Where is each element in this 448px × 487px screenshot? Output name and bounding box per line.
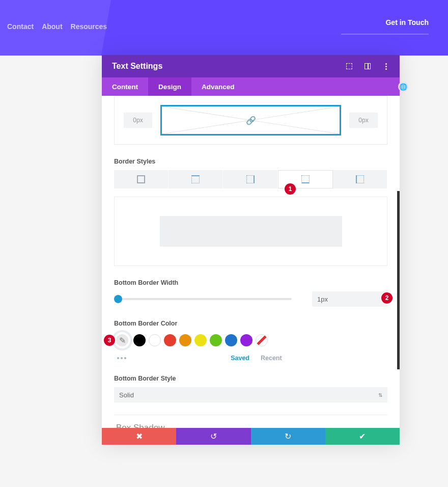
- tab-advanced[interactable]: Advanced: [191, 77, 245, 96]
- split-view-icon[interactable]: [364, 63, 371, 70]
- nav-contact[interactable]: Contact: [7, 22, 34, 31]
- spacing-right-value[interactable]: 0px: [349, 113, 378, 128]
- label-bottom-width: Bottom Border Width: [114, 279, 387, 286]
- swatch-red[interactable]: [164, 334, 176, 346]
- chevron-down-icon: ⌄: [380, 424, 385, 428]
- bottom-width-input[interactable]: 1px: [312, 291, 387, 307]
- spacing-visualizer: 0px 🔗 0px: [114, 96, 387, 145]
- modal-body: 0px 🔗 0px Border Styles 1 Bottom Border …: [102, 96, 400, 428]
- bottom-width-slider[interactable]: [114, 298, 292, 300]
- slider-thumb[interactable]: [114, 295, 122, 303]
- box-shadow-label: Box Shadow: [116, 423, 164, 428]
- bottom-style-select[interactable]: Solid ⇅: [114, 387, 387, 402]
- more-colors-icon[interactable]: [117, 357, 126, 359]
- cancel-button[interactable]: ✖: [102, 428, 176, 445]
- swatch-orange[interactable]: [179, 334, 191, 346]
- undo-icon: ↺: [210, 431, 217, 441]
- modal-title: Text Settings: [112, 62, 162, 71]
- modal-footer: ✖ ↺ ↻ ✔: [102, 428, 400, 445]
- site-header: Contact About Resources Get in Touch: [0, 0, 448, 56]
- callout-3: 3: [104, 335, 115, 346]
- swatch-purple[interactable]: [240, 334, 253, 346]
- label-bottom-color: Bottom Border Color: [114, 320, 387, 327]
- accordion-box-shadow[interactable]: Box Shadow ⌄: [114, 415, 387, 428]
- bottom-width-row: 1px 2: [114, 291, 387, 307]
- nav-about[interactable]: About: [42, 22, 62, 31]
- redo-button[interactable]: ↻: [251, 428, 325, 445]
- close-icon: ✖: [136, 431, 143, 441]
- border-style-selector: 1: [114, 170, 387, 188]
- swatch-yellow[interactable]: [194, 334, 207, 346]
- modal-header-icons: [346, 63, 389, 70]
- get-in-touch-link[interactable]: Get in Touch: [385, 18, 429, 26]
- spacing-left-value[interactable]: 0px: [124, 113, 152, 128]
- border-left[interactable]: [333, 170, 387, 188]
- saved-colors-tab[interactable]: Saved: [231, 355, 249, 362]
- swatch-green[interactable]: [210, 334, 222, 346]
- save-button[interactable]: ✔: [325, 428, 400, 445]
- undo-button[interactable]: ↺: [176, 428, 250, 445]
- globe-icon[interactable]: 🌐: [398, 82, 408, 92]
- border-top[interactable]: [169, 170, 223, 188]
- more-icon[interactable]: [382, 63, 389, 70]
- header-nav: Contact About Resources: [7, 22, 107, 31]
- redo-icon: ↻: [285, 431, 291, 441]
- chevron-updown-icon: ⇅: [378, 392, 382, 398]
- swatch-white[interactable]: [149, 334, 161, 346]
- callout-1: 1: [285, 183, 296, 195]
- label-border-styles: Border Styles: [114, 158, 387, 165]
- nav-resources[interactable]: Resources: [71, 22, 107, 31]
- swatch-black[interactable]: [133, 334, 146, 346]
- eyedropper-swatch[interactable]: ✎: [114, 332, 130, 348]
- border-right[interactable]: [223, 170, 277, 188]
- border-preview: [114, 197, 387, 266]
- swatch-blue[interactable]: [225, 334, 237, 346]
- color-tabs: Saved Recent: [114, 355, 387, 362]
- link-icon[interactable]: 🔗: [246, 116, 256, 125]
- tab-content[interactable]: Content: [102, 77, 148, 96]
- label-bottom-style: Bottom Border Style: [114, 375, 387, 382]
- bottom-style-value: Solid: [119, 391, 134, 399]
- recent-colors-tab[interactable]: Recent: [261, 355, 282, 362]
- color-swatches: 3 ✎: [114, 332, 387, 348]
- expand-icon[interactable]: [346, 63, 353, 70]
- modal-header: Text Settings: [102, 55, 400, 77]
- border-all[interactable]: [114, 170, 169, 188]
- eyedropper-icon: ✎: [116, 334, 128, 346]
- check-icon: ✔: [359, 431, 366, 441]
- accordion: Box Shadow ⌄ Filters ⌄: [114, 415, 387, 428]
- tab-design[interactable]: Design: [148, 77, 191, 96]
- text-settings-modal: Text Settings Content Design Advanced 0p…: [102, 55, 400, 445]
- scrollbar[interactable]: [397, 191, 400, 369]
- callout-2: 2: [381, 292, 393, 304]
- modal-tabs: Content Design Advanced: [102, 77, 400, 96]
- spacing-center-box[interactable]: 🔗: [160, 105, 341, 136]
- swatch-transparent[interactable]: [256, 334, 268, 346]
- preview-inner: [160, 216, 342, 247]
- cta-underline: [341, 34, 429, 35]
